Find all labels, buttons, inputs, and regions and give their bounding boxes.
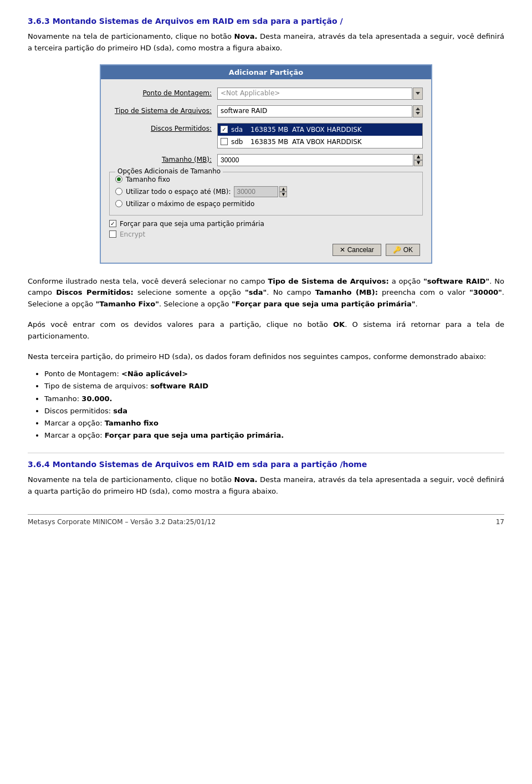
radio-ate-spin-up[interactable]: ▲ <box>279 186 287 192</box>
discos-list: ✓ sda 163835 MB ATA VBOX HARDDISK sdb 16… <box>217 123 423 148</box>
dialog-title: Adicionar Partição <box>229 68 303 76</box>
tipo-sistema-arrow[interactable] <box>413 105 423 117</box>
disco-sdb-checkbox[interactable] <box>221 138 228 145</box>
disco-sda-checkbox[interactable]: ✓ <box>221 126 228 133</box>
section-364-paragraph: Novamente na tela de particionamento, cl… <box>28 474 504 498</box>
discos-table: ✓ sda 163835 MB ATA VBOX HARDDISK sdb 16… <box>217 123 423 148</box>
dialog-title-bar: Adicionar Partição <box>101 65 431 79</box>
nesta-paragraph: Nesta terceira partição, do primeiro HD … <box>28 351 504 363</box>
tipo-sistema-row: Tipo de Sistema de Arquivos: software RA… <box>109 105 423 117</box>
tamanho-spinbuttons: ▲ ▼ <box>414 154 423 166</box>
disco-sdb-row[interactable]: sdb 163835 MB ATA VBOX HARDDISK <box>218 136 422 148</box>
section-title: 3.6.3 Montando Sistemas de Arquivos em R… <box>28 17 504 25</box>
ponto-montagem-field[interactable]: <Not Applicable> <box>217 88 423 100</box>
radio-maximo-label: Utilizar o máximo de espaço permitido <box>126 200 254 208</box>
section-364-title: 3.6.4 Montando Sistemas de Arquivos em R… <box>28 460 504 469</box>
intro-paragraph: Novamente na tela de particionamento, cl… <box>28 31 504 54</box>
apos-paragraph: Após você entrar com os devidos valores … <box>28 319 504 342</box>
disco-sda-name: sda <box>231 126 250 134</box>
tipo-sistema-field[interactable]: software RAID <box>217 105 423 117</box>
bullet-marcar-forcar: Marcar a opção: Forçar para que seja uma… <box>44 429 504 442</box>
tamanho-row: Tamanho (MB): ▲ ▼ <box>109 154 423 166</box>
forcar-row[interactable]: ✓ Forçar para que seja uma partição prim… <box>109 220 423 228</box>
dialog-buttons: ✕ Cancelar 🔑 OK <box>109 244 423 256</box>
tamanho-label: Tamanho (MB): <box>109 154 217 163</box>
arrow-up-icon <box>416 107 420 110</box>
conforme-section: Conforme ilustrado nesta tela, você deve… <box>28 276 504 310</box>
adicionar-particao-dialog: Adicionar Partição Ponto de Montagem: <N… <box>100 64 432 264</box>
cancelar-button[interactable]: ✕ Cancelar <box>332 244 381 256</box>
arrow-down-icon-2 <box>416 112 420 115</box>
radio-dot <box>117 177 121 181</box>
ok-button[interactable]: 🔑 OK <box>386 244 420 256</box>
dialog-body: Ponto de Montagem: <Not Applicable> <box>101 85 431 263</box>
discos-permitidos-row: Discos Permitidos: ✓ sda 163835 MB ATA V… <box>109 123 423 148</box>
conforme-paragraph: Conforme ilustrado nesta tela, você deve… <box>28 276 504 310</box>
section-364-para: Novamente na tela de particionamento, cl… <box>28 474 504 498</box>
tamanho-spin-down[interactable]: ▼ <box>414 160 423 166</box>
disco-sdb-desc: ATA VBOX HARDDISK <box>292 138 362 146</box>
page-footer: Metasys Corporate MINICOM – Versão 3.2 D… <box>28 514 504 526</box>
tipo-sistema-input[interactable]: software RAID <box>217 105 412 117</box>
encrypt-checkbox[interactable] <box>109 230 116 238</box>
tamanho-field[interactable]: ▲ ▼ <box>217 154 423 166</box>
tamanho-input[interactable] <box>217 154 413 166</box>
radio-maximo-row[interactable]: Utilizar o máximo de espaço permitido <box>115 200 417 208</box>
bullet-ponto: Ponto de Montagem: <Não aplicável> <box>44 368 504 380</box>
opcoes-group-title: Opções Adicionais de Tamanho <box>115 167 223 175</box>
bullet-discos: Discos permitidos: sda <box>44 405 504 417</box>
radio-ate[interactable] <box>115 188 122 195</box>
tamanho-spin-up[interactable]: ▲ <box>414 154 423 160</box>
ponto-montagem-row: Ponto de Montagem: <Not Applicable> <box>109 88 423 100</box>
radio-ate-row[interactable]: Utilizar todo o espaço até (MB): ▲ ▼ <box>115 186 417 197</box>
tipo-sistema-label: Tipo de Sistema de Arquivos: <box>109 105 217 115</box>
bullet-tipo: Tipo de sistema de arquivos: software RA… <box>44 380 504 392</box>
footer-page-number: 17 <box>496 518 504 526</box>
forcar-label: Forçar para que seja uma partição primár… <box>120 220 264 228</box>
ponto-montagem-arrow[interactable] <box>413 88 423 100</box>
section-divider <box>28 453 504 453</box>
apos-section: Após você entrar com os devidos valores … <box>28 319 504 342</box>
discos-permitidos-label: Discos Permitidos: <box>109 123 217 132</box>
footer-left: Metasys Corporate MINICOM – Versão 3.2 D… <box>28 518 216 526</box>
disco-sda-row[interactable]: ✓ sda 163835 MB ATA VBOX HARDDISK <box>218 124 422 136</box>
ok-label: OK <box>403 246 413 254</box>
encrypt-row[interactable]: Encrypt <box>109 230 423 238</box>
radio-tamanho-fixo[interactable] <box>115 176 122 183</box>
ponto-montagem-label: Ponto de Montagem: <box>109 88 217 97</box>
disco-sda-desc: ATA VBOX HARDDISK <box>292 126 362 134</box>
disco-sdb-size: 163835 MB <box>250 138 292 146</box>
ok-icon: 🔑 <box>393 246 401 254</box>
radio-tamanho-fixo-label: Tamanho fixo <box>126 176 170 183</box>
radio-ate-spin-down[interactable]: ▼ <box>279 192 287 197</box>
arrow-down-icon <box>416 92 420 95</box>
radio-ate-label-wrap: Utilizar todo o espaço até (MB): ▲ ▼ <box>126 186 417 197</box>
radio-ate-spinbuttons: ▲ ▼ <box>279 186 287 197</box>
radio-maximo[interactable] <box>115 200 122 207</box>
bullet-tamanho: Tamanho: 30.000. <box>44 393 504 405</box>
ponto-montagem-input[interactable]: <Not Applicable> <box>217 88 412 100</box>
cancelar-label: Cancelar <box>347 246 374 254</box>
bullet-marcar-fixo: Marcar a opção: Tamanho fixo <box>44 417 504 429</box>
forcar-checkbox[interactable]: ✓ <box>109 220 116 227</box>
disco-sdb-name: sdb <box>231 138 250 146</box>
cancelar-icon: ✕ <box>340 246 345 254</box>
nesta-section: Nesta terceira partição, do primeiro HD … <box>28 351 504 442</box>
dialog-wrapper: Adicionar Partição Ponto de Montagem: <N… <box>28 64 504 264</box>
opcoes-adicionais-group: Opções Adicionais de Tamanho Tamanho fix… <box>109 172 423 216</box>
radio-tamanho-fixo-row[interactable]: Tamanho fixo <box>115 176 417 183</box>
encrypt-label: Encrypt <box>120 230 145 238</box>
radio-ate-input[interactable] <box>234 186 278 197</box>
summary-bullets: Ponto de Montagem: <Não aplicável> Tipo … <box>44 368 504 442</box>
radio-ate-label: Utilizar todo o espaço até (MB): <box>126 188 231 196</box>
disco-sda-size: 163835 MB <box>250 126 292 134</box>
